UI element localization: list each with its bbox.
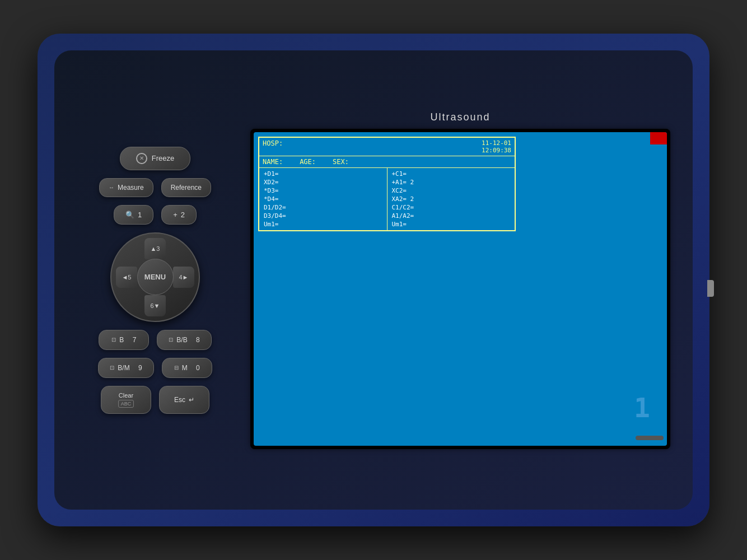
bm-mode-row: ⊡ B/M 9 ⊟ M 0 xyxy=(98,358,212,378)
list-item: D1/D2= xyxy=(264,204,382,211)
screen-area: Ultrasound HOSP: 11-12-01 12:09:38 xyxy=(250,111,670,449)
b-mode-label: B xyxy=(119,336,124,344)
esc-button[interactable]: Esc ↵ xyxy=(159,386,209,414)
device-title: Ultrasound xyxy=(250,111,670,123)
list-item: Um1= xyxy=(264,221,382,228)
zoom2-button[interactable]: + 2 xyxy=(161,205,197,225)
date-value: 11-12-01 xyxy=(482,139,511,147)
measure-label: Measure xyxy=(118,184,144,192)
device-body: ✕ Freeze ↔ Measure Reference 🔍 1 xyxy=(38,34,709,526)
list-item: *D4= xyxy=(264,195,382,203)
data-body: +D1= XD2= *D3= *D4= D1/D2= D3/D4= Um1= +… xyxy=(259,168,515,230)
freeze-button[interactable]: ✕ Freeze xyxy=(120,147,190,170)
zoom-row: 🔍 1 + 2 xyxy=(114,205,197,225)
menu-button[interactable]: MENU xyxy=(137,259,174,295)
scroll-indicator xyxy=(636,436,664,440)
list-item: XA2= 2 xyxy=(392,195,511,203)
bm-icon: ⊡ xyxy=(110,365,114,371)
list-item: +C1= xyxy=(392,170,511,178)
clear-sub-label: ABC xyxy=(118,400,134,408)
dpad-down-label: 6▼ xyxy=(150,302,160,309)
m-num-label: 0 xyxy=(196,364,200,372)
dpad-left-button[interactable]: ◄5 xyxy=(116,267,137,288)
zoom1-label: 1 xyxy=(138,211,142,219)
bottom-row: Clear ABC Esc ↵ xyxy=(101,386,209,414)
sex-label: SEX: xyxy=(333,158,349,166)
list-item: +A1= 2 xyxy=(392,179,511,186)
esc-icon: ↵ xyxy=(189,396,194,404)
hosp-row: HOSP: 11-12-01 12:09:38 xyxy=(259,138,515,156)
m-mode-label: M xyxy=(182,364,188,372)
controls-panel: ✕ Freeze ↔ Measure Reference 🔍 1 xyxy=(77,147,234,414)
m-icon: ⊟ xyxy=(174,365,179,371)
dpad-container: ▲3 6▼ ◄5 4► MENU xyxy=(110,232,200,322)
list-item: D3/D4= xyxy=(264,212,382,220)
clear-label: Clear xyxy=(119,392,133,399)
dpad-right-label: 4► xyxy=(179,274,188,281)
b-icon: ⊡ xyxy=(111,337,116,343)
bb-num-label: 8 xyxy=(196,336,200,344)
name-label: NAME: xyxy=(263,158,283,166)
b-mode-button[interactable]: ⊡ B 7 xyxy=(99,330,149,350)
esc-label: Esc xyxy=(174,396,185,404)
plus-icon: + xyxy=(173,211,178,219)
zoom1-button[interactable]: 🔍 1 xyxy=(114,205,153,225)
screen: HOSP: 11-12-01 12:09:38 NAME: AGE: SEX: xyxy=(254,132,667,446)
screen-watermark: 1 xyxy=(634,392,650,423)
reference-label: Reference xyxy=(171,184,202,192)
data-table: HOSP: 11-12-01 12:09:38 NAME: AGE: SEX: xyxy=(258,137,516,231)
name-row: NAME: AGE: SEX: xyxy=(259,156,515,168)
zoom-icon: 🔍 xyxy=(125,211,134,219)
screen-frame: HOSP: 11-12-01 12:09:38 NAME: AGE: SEX: xyxy=(250,129,670,449)
bm-num-label: 9 xyxy=(138,364,142,372)
dpad-down-button[interactable]: 6▼ xyxy=(144,295,166,316)
red-indicator xyxy=(650,132,667,144)
list-item: XD2= xyxy=(264,179,382,186)
menu-label: MENU xyxy=(144,273,166,281)
dpad-left-label: ◄5 xyxy=(122,274,131,281)
list-item: +D1= xyxy=(264,170,382,178)
bm-mode-label: B/M xyxy=(118,364,129,372)
list-item: C1/C2= xyxy=(392,204,511,211)
list-item: *D3= xyxy=(264,187,382,194)
reference-button[interactable]: Reference xyxy=(161,178,211,197)
measure-icon: ↔ xyxy=(109,184,114,190)
freeze-label: Freeze xyxy=(152,154,174,162)
bb-mode-label: B/B xyxy=(176,336,187,344)
dpad-right-button[interactable]: 4► xyxy=(173,267,194,288)
list-item: Um1= xyxy=(392,221,511,228)
b-mode-row: ⊡ B 7 ⊡ B/B 8 xyxy=(99,330,211,350)
measure-button[interactable]: ↔ Measure xyxy=(99,178,153,197)
bm-mode-button[interactable]: ⊡ B/M 9 xyxy=(98,358,153,378)
age-label: AGE: xyxy=(300,158,316,166)
list-item: XC2= xyxy=(392,187,511,194)
time-value: 12:09:38 xyxy=(482,147,511,154)
freeze-icon: ✕ xyxy=(136,153,147,164)
right-data-col: +C1= +A1= 2 XC2= XA2= 2 C1/C2= A1/A2= Um… xyxy=(387,168,515,230)
b-num-label: 7 xyxy=(133,336,137,344)
m-mode-button[interactable]: ⊟ M 0 xyxy=(162,358,212,378)
device-inner: ✕ Freeze ↔ Measure Reference 🔍 1 xyxy=(54,50,693,510)
usb-port xyxy=(707,280,714,297)
hosp-label: HOSP: xyxy=(263,139,283,154)
list-item: A1/A2= xyxy=(392,212,511,220)
datetime-area: 11-12-01 12:09:38 xyxy=(482,139,511,154)
bb-icon: ⊡ xyxy=(169,337,173,343)
measure-reference-row: ↔ Measure Reference xyxy=(99,178,211,197)
dpad-up-label: ▲3 xyxy=(150,245,160,252)
zoom2-label: 2 xyxy=(181,211,185,219)
bb-mode-button[interactable]: ⊡ B/B 8 xyxy=(157,330,211,350)
left-data-col: +D1= XD2= *D3= *D4= D1/D2= D3/D4= Um1= xyxy=(259,168,387,230)
dpad-up-button[interactable]: ▲3 xyxy=(144,238,166,259)
clear-button[interactable]: Clear ABC xyxy=(101,386,151,414)
